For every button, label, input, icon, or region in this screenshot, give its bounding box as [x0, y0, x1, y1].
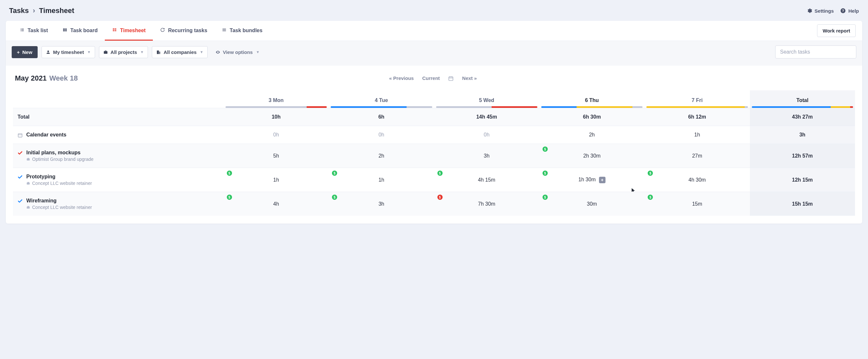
scope-dropdown[interactable]: My timesheet ▼	[41, 46, 95, 58]
help-icon: ?	[840, 8, 846, 13]
tab-task-list[interactable]: Task list	[12, 21, 55, 40]
help-link[interactable]: ? Help	[840, 8, 859, 13]
plus-icon: +	[17, 49, 20, 55]
time-cell-fri[interactable]: 27m	[644, 144, 750, 168]
header-day-mon[interactable]: 3 Mon	[224, 90, 329, 108]
row-total: 12h 15m	[750, 168, 855, 192]
scope-label: My timesheet	[53, 49, 84, 55]
tab-recurring[interactable]: Recurring tasks	[153, 21, 215, 40]
svg-rect-6	[18, 134, 22, 137]
time-value: 1h	[378, 177, 384, 183]
time-cell-fri[interactable]: $4h 30m	[644, 168, 750, 192]
time-cell-wed[interactable]: $4h 15m	[434, 168, 539, 192]
add-time-button[interactable]: +	[599, 177, 606, 183]
breadcrumb-root[interactable]: Tasks	[9, 6, 29, 15]
day-label: 4 Tue	[375, 98, 388, 103]
totals-cell-thu: 6h 30m	[539, 108, 644, 126]
time-value: 4h	[273, 201, 279, 206]
calendar-icon	[448, 76, 454, 81]
date-nav: « Previous Current Next »	[78, 75, 788, 82]
task-cell[interactable]: Calendar events	[13, 126, 224, 144]
time-cell-thu[interactable]: 2h	[539, 126, 644, 144]
projects-dropdown[interactable]: All projects ▼	[99, 46, 148, 58]
time-cell-mon[interactable]: 5h	[224, 144, 329, 168]
dollar-badge-icon: $	[227, 195, 232, 200]
task-title: Wireframing	[26, 198, 92, 204]
table-row: PrototypingConcept LLC website retainer$…	[13, 168, 855, 192]
header-tools: Settings ? Help	[806, 8, 859, 13]
work-report-button[interactable]: Work report	[817, 24, 856, 37]
totals-cell-fri: 6h 12m	[644, 108, 750, 126]
period-week: Week 18	[49, 74, 78, 82]
time-value: 4h 30m	[688, 177, 706, 183]
time-cell-tue[interactable]: 2h	[329, 144, 434, 168]
time-cell-tue[interactable]: $1h	[329, 168, 434, 192]
new-button-label: New	[22, 49, 32, 55]
settings-link[interactable]: Settings	[806, 8, 834, 13]
time-cell-wed[interactable]: 0h	[434, 126, 539, 144]
new-button[interactable]: + New	[12, 46, 38, 58]
dollar-badge-icon: $	[332, 171, 337, 176]
companies-dropdown[interactable]: All companies ▼	[152, 46, 208, 58]
row-total: 12h 57m	[750, 144, 855, 168]
task-cell[interactable]: WireframingConcept LLC website retainer	[13, 192, 224, 216]
time-cell-mon[interactable]: 0h	[224, 126, 329, 144]
breadcrumb-current: Timesheet	[39, 6, 74, 15]
time-cell-fri[interactable]: 1h	[644, 126, 750, 144]
current-button[interactable]: Current	[422, 75, 440, 82]
time-value: 7h 30m	[478, 201, 495, 206]
header-day-thu[interactable]: 6 Thu	[539, 90, 644, 108]
calendar-picker[interactable]	[448, 75, 454, 82]
building-icon	[156, 50, 161, 55]
task-list-icon	[20, 27, 25, 34]
header-total-col: Total	[750, 90, 855, 108]
time-cell-thu[interactable]: $2h 30m	[539, 144, 644, 168]
settings-label: Settings	[814, 8, 834, 13]
briefcase-icon	[103, 50, 108, 55]
tab-task-board[interactable]: Task board	[55, 21, 105, 40]
bundles-icon	[222, 27, 227, 34]
prev-button[interactable]: « Previous	[389, 75, 414, 82]
top-row: Tasks › Timesheet Settings ? Help	[6, 6, 862, 21]
gear-icon	[806, 8, 812, 13]
header-day-fri[interactable]: 7 Fri	[644, 90, 750, 108]
time-cell-thu[interactable]: $30m	[539, 192, 644, 216]
check-icon	[18, 198, 23, 204]
time-cell-tue[interactable]: $3h	[329, 192, 434, 216]
time-cell-wed[interactable]: 3h	[434, 144, 539, 168]
caret-down-icon: ▼	[200, 50, 204, 54]
time-value: 3h	[378, 201, 384, 206]
calendar-icon	[18, 133, 23, 138]
svg-rect-2	[449, 77, 453, 81]
time-cell-tue[interactable]: 0h	[329, 126, 434, 144]
task-cell[interactable]: PrototypingConcept LLC website retainer	[13, 168, 224, 192]
header-day-wed[interactable]: 5 Wed	[434, 90, 539, 108]
briefcase-icon	[26, 205, 30, 209]
view-options-dropdown[interactable]: View options ▼	[212, 47, 264, 58]
search-input[interactable]	[775, 46, 856, 58]
totals-cell-tue: 6h	[329, 108, 434, 126]
time-cell-fri[interactable]: $15m	[644, 192, 750, 216]
tab-label: Task list	[28, 28, 48, 33]
projects-label: All projects	[111, 49, 137, 55]
time-value: 0h	[484, 132, 490, 137]
next-button[interactable]: Next »	[462, 75, 477, 82]
view-options-label: View options	[223, 49, 253, 55]
tab-label: Task board	[70, 28, 98, 33]
time-cell-mon[interactable]: $4h	[224, 192, 329, 216]
time-cell-thu[interactable]: $1h 30m+	[539, 168, 644, 192]
time-cell-wed[interactable]: $7h 30m	[434, 192, 539, 216]
briefcase-icon	[26, 157, 30, 161]
time-cell-mon[interactable]: $1h	[224, 168, 329, 192]
task-cell[interactable]: Initial plans, mockupsOptimist Group bra…	[13, 144, 224, 168]
dollar-badge-icon: $	[542, 146, 548, 152]
tab-timesheet[interactable]: Timesheet	[105, 21, 153, 40]
totals-cell-mon: 10h	[224, 108, 329, 126]
timesheet-table: 3 Mon4 Tue5 Wed6 Thu7 FriTotal Total10h6…	[13, 90, 855, 216]
dollar-badge-icon: $	[648, 195, 653, 200]
dollar-badge-icon: $	[437, 195, 443, 200]
breadcrumb-separator: ›	[31, 6, 37, 15]
tab-bundles[interactable]: Task bundles	[215, 21, 270, 40]
header-day-tue[interactable]: 4 Tue	[329, 90, 434, 108]
task-project: Concept LLC website retainer	[26, 181, 92, 186]
